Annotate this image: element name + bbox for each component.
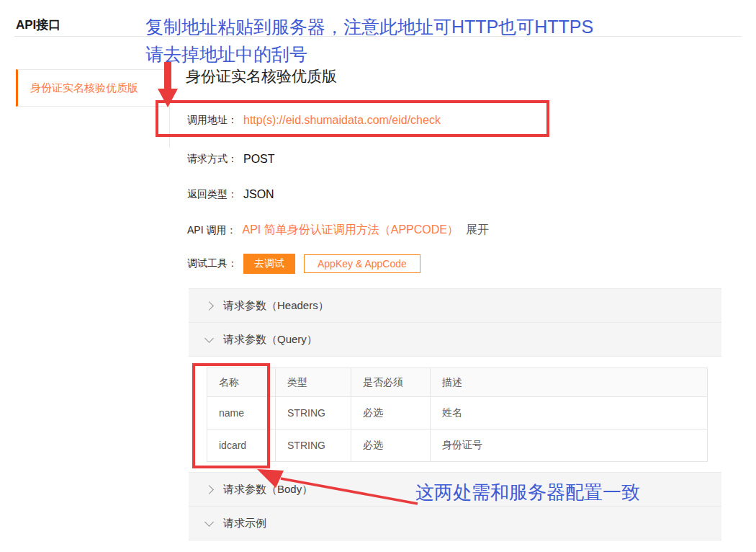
chevron-down-icon: [204, 334, 214, 343]
field-api-call: API 调用： API 简单身份认证调用方法（APPCODE） 展开: [187, 223, 489, 238]
api-doc-title: 身份证实名核验优质版: [186, 66, 337, 86]
cell-param-type: STRING: [276, 397, 351, 429]
col-header-type: 类型: [276, 368, 351, 397]
cell-param-required: 必选: [351, 429, 431, 462]
cell-param-name: name: [207, 397, 276, 429]
table-row: name STRING 必选 姓名: [207, 397, 708, 429]
api-call-label: API 调用：: [187, 224, 236, 237]
field-request-method: 请求方式： POST: [187, 153, 275, 166]
cell-param-type: STRING: [276, 429, 351, 462]
cell-param-name: idcard: [207, 429, 276, 462]
request-method-value: POST: [243, 153, 275, 166]
section-example-toggle[interactable]: 请求示例: [189, 506, 721, 540]
section-example-label: 请求示例: [223, 517, 266, 530]
sidebar-divider: [169, 107, 170, 148]
col-header-required: 是否必须: [351, 368, 431, 397]
sidebar-item-id-verify[interactable]: 身份证实名核验优质版: [16, 69, 170, 107]
section-body-toggle[interactable]: 请求参数（Body）: [189, 472, 721, 507]
page-title: API接口: [16, 17, 60, 33]
section-headers-label: 请求参数（Headers）: [223, 299, 329, 313]
header-divider: [14, 36, 742, 37]
request-method-label: 请求方式：: [187, 153, 238, 166]
api-call-method-link[interactable]: API 简单身份认证调用方法（APPCODE）: [242, 223, 458, 238]
cell-param-required: 必选: [351, 397, 431, 429]
go-debug-button[interactable]: 去调试: [243, 254, 295, 274]
annotation-note-top-line2: 请去掉地址中的刮号: [145, 43, 307, 66]
col-header-name: 名称: [207, 368, 276, 397]
section-headers-toggle[interactable]: 请求参数（Headers）: [189, 288, 721, 323]
param-accordion: 请求参数（Headers） 请求参数（Query） 名称 类型 是否必须 描述 …: [189, 288, 721, 540]
cell-param-desc: 姓名: [431, 397, 708, 429]
return-type-value: JSON: [243, 188, 274, 201]
section-query-toggle[interactable]: 请求参数（Query）: [189, 322, 721, 357]
debug-tools-label: 调试工具：: [187, 257, 238, 270]
field-debug-tools: 调试工具： 去调试 AppKey & AppCode: [187, 254, 420, 274]
section-body-label: 请求参数（Body）: [223, 483, 312, 497]
table-row: idcard STRING 必选 身份证号: [207, 429, 708, 462]
query-params-panel: 名称 类型 是否必须 描述 name STRING 必选 姓名 idcard S…: [189, 357, 721, 473]
section-query-label: 请求参数（Query）: [223, 333, 318, 347]
expand-toggle[interactable]: 展开: [466, 223, 489, 238]
col-header-desc: 描述: [431, 368, 708, 397]
field-call-address: 调用地址： http(s)://eid.shumaidata.com/eid/c…: [187, 114, 441, 127]
cell-param-desc: 身份证号: [431, 429, 708, 462]
chevron-right-icon: [204, 485, 214, 494]
field-return-type: 返回类型： JSON: [187, 188, 274, 201]
appkey-appcode-button[interactable]: AppKey & AppCode: [304, 254, 420, 273]
call-address-link[interactable]: http(s)://eid.shumaidata.com/eid/check: [243, 114, 441, 127]
chevron-right-icon: [204, 301, 214, 311]
query-params-table: 名称 类型 是否必须 描述 name STRING 必选 姓名 idcard S…: [207, 368, 708, 462]
chevron-down-icon: [204, 517, 214, 527]
return-type-label: 返回类型：: [187, 188, 238, 201]
call-address-label: 调用地址：: [187, 114, 238, 127]
table-header-row: 名称 类型 是否必须 描述: [207, 368, 708, 397]
sidebar-item-label: 身份证实名核验优质版: [30, 81, 138, 95]
